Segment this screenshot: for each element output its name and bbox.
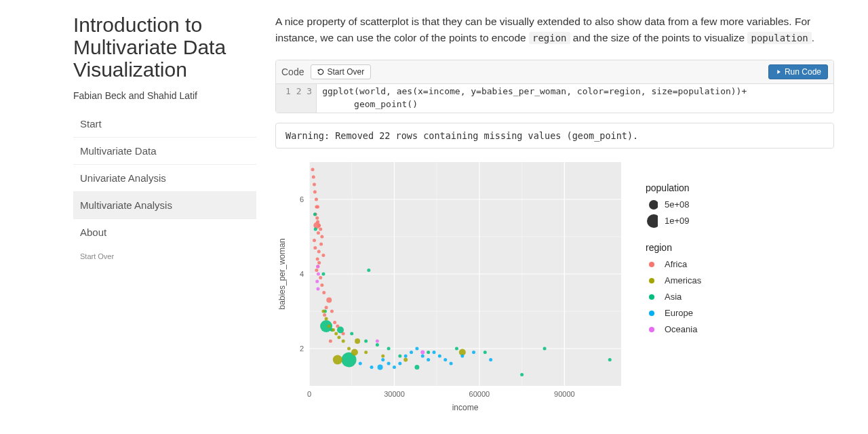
svg-point-98: [370, 366, 374, 369]
svg-point-54: [329, 339, 332, 342]
svg-point-103: [404, 354, 408, 357]
code-panel: Code Start Over Run Code 1 2 3 ggplot(wo…: [275, 60, 834, 113]
run-code-button[interactable]: Run Code: [768, 64, 828, 79]
svg-point-50: [330, 309, 334, 313]
svg-point-108: [433, 351, 436, 354]
scatter-plot: 0300006000090000246incomebabies_per_woma…: [275, 155, 628, 413]
svg-point-62: [314, 227, 317, 231]
code-label: Code: [281, 66, 304, 77]
svg-point-20: [311, 167, 315, 171]
svg-point-120: [649, 262, 654, 267]
svg-point-100: [387, 361, 391, 365]
legend-region-row: Europe: [646, 307, 701, 319]
nav-item[interactable]: Univariate Analysis: [73, 164, 256, 191]
start-over-link[interactable]: Start Over: [73, 245, 256, 260]
svg-point-122: [649, 294, 654, 300]
svg-point-111: [450, 361, 453, 365]
svg-point-26: [316, 205, 319, 208]
svg-point-21: [312, 175, 315, 178]
line-gutter: 1 2 3: [276, 84, 317, 113]
svg-point-106: [421, 354, 425, 357]
svg-point-91: [364, 351, 368, 354]
svg-point-45: [320, 283, 323, 287]
inline-code-region: region: [529, 32, 570, 44]
svg-point-22: [313, 182, 316, 186]
intro-text: A nice property of scatterplot is that t…: [275, 14, 834, 46]
legend-region-row: Africa: [646, 258, 701, 271]
svg-point-80: [608, 358, 612, 361]
code-editor[interactable]: 1 2 3 ggplot(world, aes(x=income, y=babi…: [276, 84, 833, 113]
svg-point-48: [325, 306, 328, 309]
authors: Fabian Beck and Shahid Latif: [73, 90, 256, 101]
legend-region-row: Oceania: [646, 323, 701, 336]
svg-text:2: 2: [300, 344, 304, 353]
svg-point-49: [323, 313, 326, 317]
svg-point-75: [427, 351, 430, 354]
svg-point-61: [313, 212, 317, 216]
svg-point-41: [317, 261, 321, 264]
svg-point-40: [316, 257, 319, 260]
svg-point-95: [403, 357, 408, 361]
svg-point-59: [376, 339, 379, 342]
nav-item[interactable]: About: [73, 218, 256, 245]
svg-point-102: [398, 361, 401, 365]
warning-output: Warning: Removed 22 rows containing miss…: [275, 123, 834, 149]
refresh-icon: [317, 68, 324, 75]
nav-item[interactable]: Multivariate Analysis: [73, 191, 256, 218]
svg-text:30000: 30000: [384, 390, 405, 398]
svg-point-33: [317, 231, 320, 235]
svg-point-32: [319, 227, 322, 231]
svg-point-35: [313, 239, 316, 242]
svg-point-115: [378, 364, 383, 370]
main-content: A nice property of scatterplot is that t…: [275, 14, 841, 413]
svg-point-107: [427, 358, 430, 361]
svg-point-90: [351, 349, 358, 355]
legend: population 5e+081e+09 region AfricaAmeri…: [628, 155, 701, 351]
svg-point-51: [333, 321, 336, 324]
svg-point-94: [355, 338, 360, 344]
svg-text:income: income: [452, 403, 479, 412]
svg-point-23: [313, 190, 317, 193]
svg-point-73: [398, 354, 401, 357]
page-title: Introduction to Multivariate Data Visual…: [73, 14, 256, 81]
svg-point-109: [438, 354, 441, 357]
svg-point-72: [387, 347, 391, 350]
svg-point-31: [317, 224, 321, 227]
legend-size-row: 1e+09: [646, 215, 701, 227]
legend-region: region AfricaAmericasAsiaEuropeOceania: [646, 242, 701, 336]
svg-point-77: [484, 351, 487, 354]
sidebar: Introduction to Multivariate Data Visual…: [73, 14, 256, 413]
svg-point-79: [543, 347, 547, 350]
svg-point-56: [317, 272, 320, 275]
svg-point-70: [364, 339, 368, 342]
nav: StartMultivariate DataUnivariate Analysi…: [73, 111, 256, 245]
plot-output: 0300006000090000246incomebabies_per_woma…: [275, 155, 834, 413]
svg-point-114: [489, 358, 492, 361]
svg-text:4: 4: [300, 270, 304, 278]
start-over-button[interactable]: Start Over: [311, 64, 371, 79]
svg-point-78: [520, 373, 524, 376]
svg-point-87: [337, 336, 340, 339]
svg-point-71: [376, 343, 379, 347]
svg-point-67: [337, 326, 344, 333]
svg-point-84: [328, 324, 331, 328]
svg-point-101: [393, 366, 396, 369]
svg-point-124: [649, 327, 654, 332]
svg-point-88: [342, 339, 345, 342]
svg-point-44: [319, 276, 322, 279]
svg-point-123: [649, 311, 654, 316]
nav-item[interactable]: Multivariate Data: [73, 137, 256, 164]
svg-point-68: [350, 332, 353, 335]
svg-point-85: [332, 328, 335, 332]
svg-point-83: [325, 317, 328, 320]
svg-point-63: [321, 272, 325, 275]
svg-point-105: [415, 347, 418, 350]
svg-point-36: [319, 242, 323, 245]
svg-point-99: [381, 358, 384, 361]
nav-item[interactable]: Start: [73, 111, 256, 137]
svg-point-58: [316, 287, 319, 290]
svg-point-110: [443, 358, 447, 361]
inline-code-population: population: [747, 32, 811, 44]
svg-point-38: [317, 250, 321, 253]
svg-point-113: [472, 351, 475, 354]
